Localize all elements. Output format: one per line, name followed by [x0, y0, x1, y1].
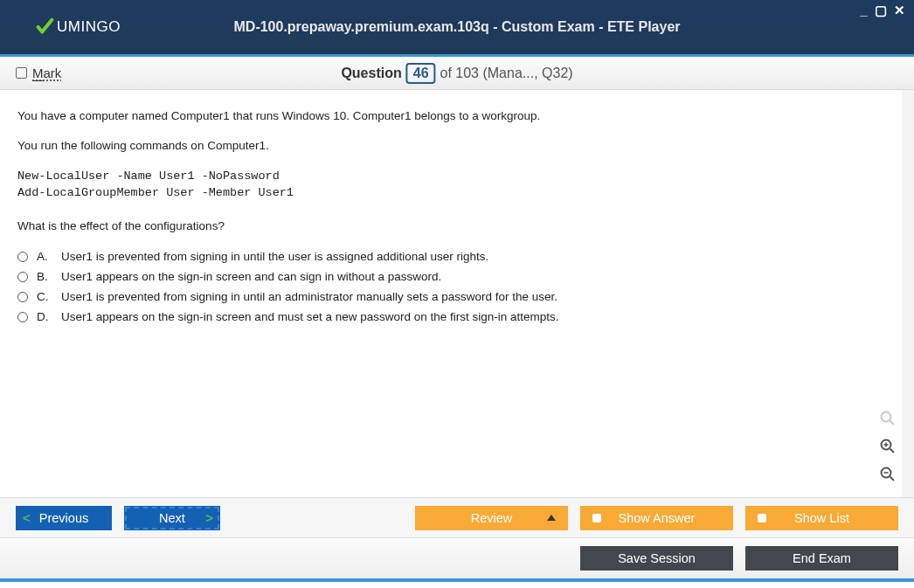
svg-line-7 [890, 477, 895, 481]
checkmark-icon [35, 17, 54, 37]
svg-line-3 [890, 449, 895, 453]
chevron-left-icon: < [23, 510, 31, 525]
answer-option-a[interactable]: A. User1 is prevented from signing in un… [17, 247, 897, 267]
answer-list: A. User1 is prevented from signing in un… [17, 247, 897, 328]
svg-line-1 [890, 421, 895, 425]
zoom-out-icon[interactable] [877, 464, 898, 485]
chevron-right-icon: > [205, 510, 213, 525]
question-para-2: You run the following commands on Comput… [17, 137, 897, 155]
radio-icon[interactable] [17, 312, 28, 322]
show-answer-button[interactable]: Show Answer [580, 506, 733, 530]
end-exam-label: End Exam [793, 551, 851, 565]
answer-text: User1 appears on the sign-in screen and … [61, 308, 559, 328]
question-header: Mark Question 46 of 103 (Mana..., Q32) [0, 57, 914, 90]
zoom-in-icon[interactable] [877, 436, 898, 457]
caret-up-icon [547, 515, 556, 521]
previous-button[interactable]: < Previous [16, 506, 112, 530]
nav-bar: < Previous Next > Review Show Answer Sho… [0, 497, 914, 537]
radio-icon[interactable] [17, 252, 28, 262]
answer-text: User1 appears on the sign-in screen and … [61, 267, 441, 287]
question-indicator: Question 46 of 103 (Mana..., Q32) [341, 63, 572, 84]
previous-label: Previous [39, 511, 88, 525]
window-title: MD-100.prepaway.premium.exam.103q - Cust… [233, 19, 680, 35]
question-para-3: What is the effect of the configurations… [17, 218, 897, 235]
scrollbar[interactable] [902, 90, 914, 497]
search-icon[interactable] [877, 408, 898, 429]
zoom-tools [877, 408, 898, 485]
brand-text: UMINGO [57, 18, 121, 36]
stop-icon [592, 514, 601, 522]
brand-logo: UMINGO [35, 17, 121, 37]
question-para-1: You have a computer named Computer1 that… [17, 107, 897, 125]
answer-text: User1 is prevented from signing in until… [61, 287, 557, 308]
radio-icon[interactable] [17, 272, 28, 282]
question-of-total: of 103 (Mana..., Q32) [440, 66, 573, 81]
code-block: New-LocalUser -Name User1 -NoPassword Ad… [17, 168, 897, 202]
stop-icon [758, 514, 766, 522]
answer-letter: B. [37, 267, 52, 287]
save-session-label: Save Session [618, 551, 696, 565]
show-list-label: Show List [794, 511, 849, 525]
mark-toggle[interactable]: Mark [16, 66, 61, 80]
bottom-bar: Save Session End Exam [0, 537, 914, 578]
save-session-button[interactable]: Save Session [580, 546, 733, 571]
answer-letter: D. [37, 308, 52, 328]
answer-option-d[interactable]: D. User1 appears on the sign-in screen a… [17, 308, 897, 328]
answer-text: User1 is prevented from signing in until… [61, 247, 488, 267]
answer-option-b[interactable]: B. User1 appears on the sign-in screen a… [17, 267, 897, 287]
answer-letter: C. [37, 287, 52, 308]
next-button[interactable]: Next > [124, 506, 220, 530]
question-word: Question [341, 66, 401, 81]
titlebar: UMINGO MD-100.prepaway.premium.exam.103q… [0, 0, 914, 57]
window-controls: _ ▢ ✕ [860, 3, 907, 18]
close-button[interactable]: ✕ [894, 3, 907, 18]
show-list-button[interactable]: Show List [745, 506, 898, 530]
bottom-accent [0, 578, 914, 582]
answer-option-c[interactable]: C. User1 is prevented from signing in un… [17, 287, 897, 308]
minimize-button[interactable]: _ [860, 3, 869, 17]
svg-point-0 [882, 412, 891, 422]
maximize-button[interactable]: ▢ [875, 3, 889, 18]
question-number: 46 [406, 63, 436, 84]
mark-checkbox[interactable] [16, 67, 27, 79]
mark-label: Mark [32, 66, 61, 80]
answer-letter: A. [37, 247, 52, 267]
review-label: Review [471, 511, 513, 525]
question-content: You have a computer named Computer1 that… [0, 90, 914, 497]
radio-icon[interactable] [17, 292, 28, 302]
review-button[interactable]: Review [415, 506, 568, 530]
end-exam-button[interactable]: End Exam [745, 546, 898, 571]
next-label: Next [159, 511, 185, 525]
show-answer-label: Show Answer [619, 511, 696, 525]
